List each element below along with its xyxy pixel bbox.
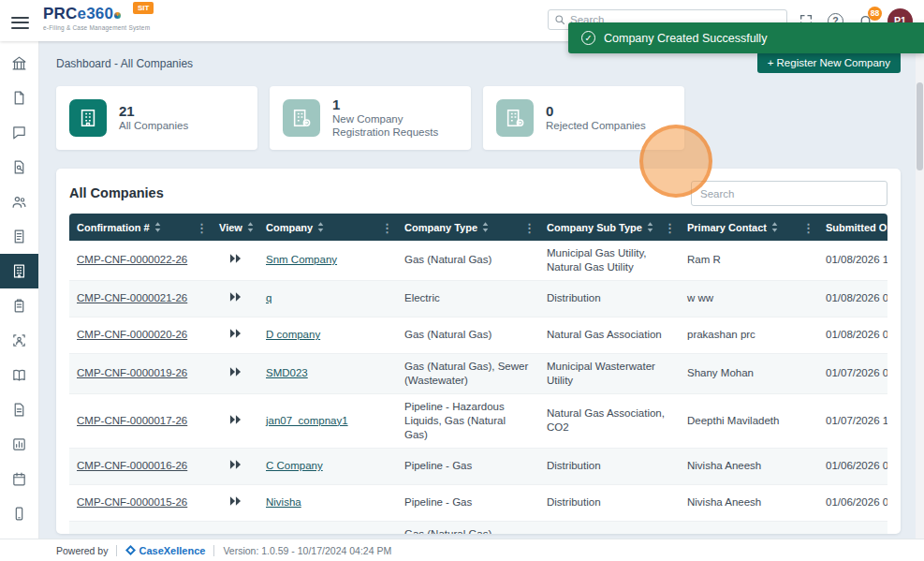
stat-card-new-requests[interactable]: 1 New Company Registration Requests (270, 86, 471, 150)
company-type-cell: Electric (397, 280, 539, 317)
company-link[interactable]: C Company (266, 460, 323, 471)
column-header-confirmation[interactable]: Confirmation #⋮ (69, 214, 212, 241)
company-sub-type-cell: Municipal Gas Utility, Natural Gas Utili… (539, 241, 680, 280)
company-link[interactable]: Snm Company (266, 254, 337, 265)
table-search-input[interactable] (691, 181, 887, 206)
view-company-icon[interactable] (229, 460, 242, 469)
sort-icon[interactable] (647, 222, 653, 232)
company-cell: Shany (258, 521, 397, 534)
confirmation-link[interactable]: CMP-CNF-0000021-26 (77, 292, 187, 303)
company-link[interactable]: SMD023 (266, 367, 308, 378)
column-menu-icon[interactable]: ⋮ (521, 220, 538, 234)
menu-icon[interactable] (11, 13, 29, 32)
sidebar-item-document[interactable] (0, 81, 38, 115)
toast-message: Company Created Successfully (604, 32, 767, 45)
chat-icon (11, 125, 27, 140)
column-menu-icon[interactable]: ⋮ (799, 220, 817, 234)
environment-badge: SIT (133, 2, 154, 14)
clipboard-icon (11, 298, 27, 314)
primary-contact-cell: Nivisha Aneesh (680, 484, 818, 521)
column-header-view[interactable]: View (212, 214, 258, 241)
column-header-company-type[interactable]: Company Type⋮ (397, 214, 539, 241)
stat-cards: 21 All Companies 1 New Company Registrat… (56, 86, 684, 150)
view-company-icon[interactable] (229, 496, 242, 506)
register-new-company-button[interactable]: + Register New Company (757, 52, 901, 73)
sidebar-item-company[interactable] (0, 254, 38, 288)
sidebar-item-chat[interactable] (0, 115, 38, 150)
company-link[interactable]: D company (266, 329, 320, 340)
companies-table: Confirmation #⋮ViewCompany⋮Company Type⋮… (69, 214, 887, 534)
company-row: CMP-CNF-0000015-26NivishaPipeline - GasD… (69, 484, 887, 521)
sidebar-item-document-search[interactable] (0, 150, 38, 185)
sidebar-item-document-lines[interactable] (0, 219, 38, 254)
column-menu-icon[interactable]: ⋮ (193, 220, 211, 234)
document-lines-icon (11, 229, 27, 244)
calendar-icon (11, 471, 27, 487)
logo-tagline: e-Filing & Case Management System (43, 24, 150, 31)
company-cell: SMD023 (258, 353, 397, 393)
sidebar-item-calendar[interactable] (0, 462, 38, 496)
sidebar-item-document-alt[interactable] (0, 392, 38, 427)
sort-icon[interactable] (482, 222, 489, 232)
sidebar-item-clipboard[interactable] (0, 288, 38, 323)
toast-success: ✓ Company Created Successfully (568, 22, 924, 53)
sidebar-item-person-scan[interactable] (0, 323, 38, 358)
view-company-icon[interactable] (229, 367, 242, 376)
sidebar-item-mobile[interactable] (0, 496, 38, 531)
confirmation-link[interactable]: CMP-CNF-0000020-26 (77, 329, 187, 340)
primary-contact-cell: Shany Mohan (680, 353, 818, 393)
column-menu-icon[interactable]: ⋮ (661, 220, 679, 234)
bank-icon (11, 55, 27, 71)
company-row: CMP-CNF-0000017-26jan07_compnay1Pipeline… (69, 393, 887, 448)
confirmation-link[interactable]: CMP-CNF-0000017-26 (77, 415, 187, 426)
scrollbar-thumb[interactable] (917, 82, 923, 170)
sort-icon[interactable] (154, 222, 161, 232)
confirmation-cell: CMP-CNF-0000019-26 (69, 353, 212, 393)
submitted-on-cell: 01/08/2026 0 (818, 280, 887, 317)
page-scrollbar[interactable] (916, 41, 924, 539)
company-icon (11, 263, 27, 279)
column-header-company[interactable]: Company⋮ (258, 214, 397, 241)
company-cell: Snm Company (258, 241, 397, 280)
view-cell (212, 353, 258, 393)
sidebar-item-users[interactable] (0, 185, 38, 219)
sidebar-item-bank[interactable] (0, 46, 38, 81)
company-cell: C Company (258, 448, 397, 484)
sort-icon[interactable] (317, 222, 324, 232)
view-company-icon[interactable] (229, 415, 242, 424)
sidebar-item-chart[interactable] (0, 427, 38, 462)
view-company-icon[interactable] (229, 292, 242, 302)
company-link[interactable]: jan07_compnay1 (266, 415, 348, 426)
confirmation-link[interactable]: CMP-CNF-0000015-26 (77, 496, 187, 508)
submitted-on-cell: 01/07/2026 0 (818, 353, 887, 393)
sidebar-item-book[interactable] (0, 358, 38, 392)
sidebar-item-bell[interactable] (0, 531, 38, 539)
view-cell (212, 484, 258, 521)
stat-label: All Companies (119, 120, 188, 133)
companies-panel: All Companies Confirmation #⋮ViewCompany… (56, 169, 901, 534)
column-header-submitted-on[interactable]: Submitted On (818, 214, 887, 241)
view-company-icon[interactable] (229, 329, 242, 338)
company-cell: q (258, 280, 397, 317)
company-link[interactable]: q (266, 292, 271, 303)
stat-card-rejected[interactable]: 0 Rejected Companies (483, 86, 684, 150)
casexellence-brand[interactable]: CaseXellence (125, 545, 205, 556)
column-menu-icon[interactable]: ⋮ (378, 220, 396, 234)
confirmation-cell: CMP-CNF-0000017-26 (69, 393, 212, 448)
sort-icon[interactable] (771, 222, 778, 232)
column-header-company-sub-type[interactable]: Company Sub Type⋮ (539, 214, 680, 241)
column-header-primary-contact[interactable]: Primary Contact⋮ (680, 214, 818, 241)
stat-card-all-companies[interactable]: 21 All Companies (56, 86, 257, 150)
primary-contact-cell: prakashan prc (680, 317, 818, 353)
company-row: CMP-CNF-0000016-26C CompanyPipeline - Ga… (69, 448, 887, 484)
view-company-icon[interactable] (229, 254, 242, 263)
company-link[interactable]: Nivisha (266, 496, 301, 508)
confirmation-link[interactable]: CMP-CNF-0000016-26 (77, 460, 187, 471)
confirmation-link[interactable]: CMP-CNF-0000022-26 (77, 254, 187, 265)
notification-badge: 88 (868, 7, 882, 21)
company-cell: D company (258, 317, 397, 353)
sort-icon[interactable] (247, 222, 254, 232)
breadcrumb[interactable]: Dashboard - All Companies (56, 57, 193, 70)
stat-value: 1 (332, 96, 458, 112)
confirmation-link[interactable]: CMP-CNF-0000019-26 (77, 367, 187, 378)
